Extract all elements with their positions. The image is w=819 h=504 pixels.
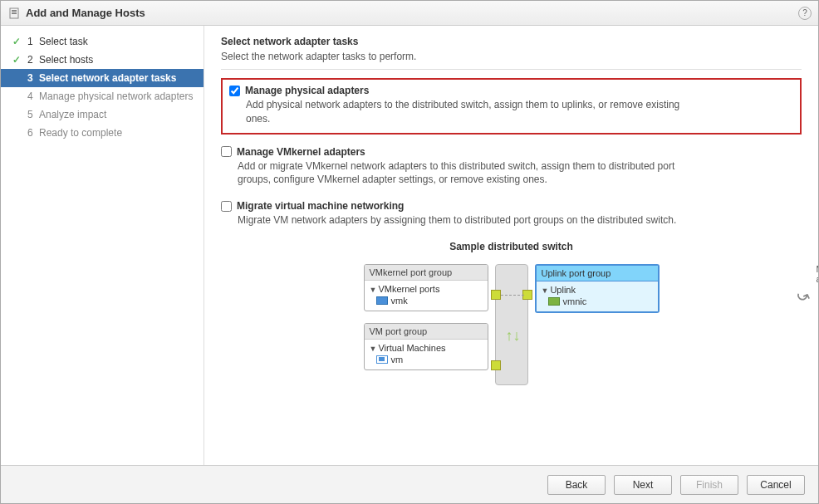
page-title: Select network adapter tasks xyxy=(221,36,802,47)
wizard-steps-sidebar: ✓ 1 Select task ✓ 2 Select hosts ✓ 3 Sel… xyxy=(1,26,204,465)
checkbox-manage-physical[interactable] xyxy=(229,86,240,96)
vm-label: vm xyxy=(391,355,404,365)
task-manage-physical-adapters: Manage physical adapters Add physical ne… xyxy=(229,85,793,126)
vmnic-icon xyxy=(548,297,560,306)
task-manage-vmkernel: Manage VMkernel adapters Add or migrate … xyxy=(221,146,802,188)
cancel-button[interactable]: Cancel xyxy=(747,475,805,495)
divider xyxy=(221,69,802,70)
connector-icon xyxy=(491,360,501,370)
callout-arrow-icon: ↶ xyxy=(793,284,813,307)
checkmark-icon: ✓ xyxy=(12,54,24,66)
group-header: VM port group xyxy=(365,324,488,340)
vm-port-group-box: VM port group ▼Virtual Machines vm xyxy=(364,323,488,370)
dialog-title: Add and Manage Hosts xyxy=(26,7,798,19)
svg-rect-1 xyxy=(12,10,17,12)
task-description: Add physical network adapters to the dis… xyxy=(246,98,694,126)
task-title: Manage VMkernel adapters xyxy=(237,146,365,158)
step-label: Select hosts xyxy=(39,54,195,66)
step-analyze-impact: ✓ 5 Analyze impact xyxy=(1,105,204,124)
vms-label: Virtual Machines xyxy=(378,343,445,353)
task-description: Add or migrate VMkernel network adapters… xyxy=(238,159,686,188)
step-number: 3 xyxy=(27,72,39,84)
task-migrate-vm-networking: Migrate virtual machine networking Migra… xyxy=(221,200,802,228)
vmk-label: vmk xyxy=(391,296,408,306)
vm-icon xyxy=(376,355,388,364)
step-ready-complete: ✓ 6 Ready to complete xyxy=(1,124,204,142)
back-button[interactable]: Back xyxy=(547,475,606,495)
expand-icon: ▼ xyxy=(370,286,377,294)
checkbox-manage-vmkernel[interactable] xyxy=(221,146,232,157)
step-select-task[interactable]: ✓ 1 Select task xyxy=(1,32,204,51)
traffic-arrows-icon: ↑↓ xyxy=(506,331,521,340)
vmnic-label: vmnic xyxy=(563,296,587,306)
group-header: Uplink port group xyxy=(537,266,658,281)
step-label: Select network adapter tasks xyxy=(39,72,195,84)
dialog-body: ✓ 1 Select task ✓ 2 Select hosts ✓ 3 Sel… xyxy=(1,26,818,465)
wizard-footer: Back Next Finish Cancel xyxy=(1,465,818,503)
vmk-icon xyxy=(376,296,388,305)
step-label: Manage physical network adapters xyxy=(39,91,195,102)
task-description: Migrate VM network adapters by assigning… xyxy=(238,213,686,228)
help-icon[interactable]: ? xyxy=(798,7,812,20)
group-header: VMkernel port group xyxy=(365,265,488,281)
expand-icon: ▼ xyxy=(542,286,549,295)
highlighted-task: Manage physical adapters Add physical ne… xyxy=(221,78,802,135)
distributed-switch: ↑↓ xyxy=(495,264,528,385)
host-icon xyxy=(7,7,21,20)
callout-label: Manage physical adapters ↶ xyxy=(817,264,819,284)
connector-icon xyxy=(491,290,501,300)
task-title: Migrate virtual machine networking xyxy=(237,200,404,212)
finish-button[interactable]: Finish xyxy=(680,475,738,495)
ports-label: VMkernel ports xyxy=(378,284,439,294)
svg-rect-2 xyxy=(12,12,17,14)
step-number: 4 xyxy=(27,91,39,102)
uplink-port-group-box: Uplink port group ▼Uplink vmnic xyxy=(535,264,660,313)
step-number: 2 xyxy=(27,54,39,66)
checkmark-icon: ✓ xyxy=(12,36,24,47)
wizard-content: Select network adapter tasks Select the … xyxy=(204,26,818,465)
connector-line xyxy=(501,295,524,296)
step-label: Ready to complete xyxy=(39,127,195,139)
uplink-label: Uplink xyxy=(550,285,576,295)
step-network-adapter-tasks[interactable]: ✓ 3 Select network adapter tasks xyxy=(1,69,204,87)
step-number: 1 xyxy=(27,36,39,47)
step-label: Analyze impact xyxy=(39,109,195,120)
step-number: 5 xyxy=(27,109,39,120)
vmkernel-port-group-box: VMkernel port group ▼VMkernel ports vmk xyxy=(364,264,488,311)
task-title: Manage physical adapters xyxy=(245,85,369,96)
next-button[interactable]: Next xyxy=(614,475,672,495)
wizard-dialog: Add and Manage Hosts ? ✓ 1 Select task ✓… xyxy=(0,0,819,504)
checkbox-migrate-vm[interactable] xyxy=(221,201,232,212)
diagram-title: Sample distributed switch xyxy=(221,241,802,252)
sample-diagram: VMkernel port group ▼VMkernel ports vmk … xyxy=(221,264,802,385)
expand-icon: ▼ xyxy=(370,345,377,353)
titlebar: Add and Manage Hosts ? xyxy=(1,1,818,26)
step-number: 6 xyxy=(27,127,39,139)
step-manage-physical-adapters: ✓ 4 Manage physical network adapters xyxy=(1,87,204,105)
step-select-hosts[interactable]: ✓ 2 Select hosts xyxy=(1,51,204,69)
callout-text: Manage physical adapters xyxy=(817,264,819,284)
step-label: Select task xyxy=(39,36,195,47)
page-subtitle: Select the network adapter tasks to perf… xyxy=(221,51,802,62)
